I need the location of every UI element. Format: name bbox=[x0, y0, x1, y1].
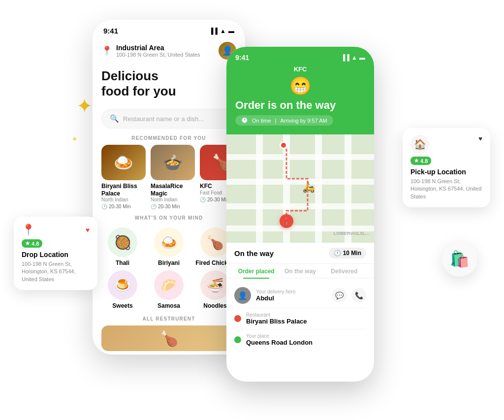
recommended-list: 🍛 Biryani Bliss Palace North Indian 🕐 20… bbox=[93, 145, 245, 209]
battery-icon: ▬ bbox=[228, 28, 234, 34]
sweets-icon: 🍮 bbox=[108, 270, 137, 300]
wifi-icon: ▲ bbox=[220, 28, 226, 34]
clock-icon: 🕐 bbox=[241, 117, 248, 124]
noodles-label: Noodles bbox=[203, 302, 226, 309]
tab-delivered[interactable]: Delivered bbox=[322, 264, 366, 278]
rec-card-biryani[interactable]: 🍛 Biryani Bliss Palace North Indian 🕐 20… bbox=[101, 145, 146, 209]
pickup-rating-badge: ★ 4.8 bbox=[410, 157, 431, 165]
delivery-hero-row: 👤 Your delivery hero Abdul 💬 📞 bbox=[234, 283, 366, 308]
thali-icon: 🥘 bbox=[108, 227, 137, 257]
home-icon: 🏠 bbox=[410, 135, 429, 154]
delivery-emoji: 😁 bbox=[235, 76, 365, 97]
food-item-sweets[interactable]: 🍮 Sweets bbox=[101, 270, 144, 309]
food-item-samosa[interactable]: 🥟 Samosa bbox=[148, 270, 190, 309]
pickup-card-title: Pick-up Location bbox=[410, 168, 482, 176]
rec-card-sub-masala: North Indian bbox=[151, 197, 195, 202]
rec-card-masala[interactable]: 🍲 MasalaRice Magic North Indian 🕐 20-30 … bbox=[151, 145, 195, 209]
food-item-thali[interactable]: 🥘 Thali bbox=[101, 227, 144, 266]
restaurant-dot-icon bbox=[234, 315, 241, 322]
drop-rating-value: 4.8 bbox=[32, 241, 39, 247]
drop-pin-icon: 📍 bbox=[22, 224, 35, 236]
destination-dot-icon bbox=[234, 336, 241, 343]
search-bar[interactable]: 🔍 Restaurant name or a dish... bbox=[101, 109, 236, 129]
map-watermark: LOWERVAILSL... bbox=[334, 231, 369, 236]
destination-label: Your place bbox=[246, 333, 366, 339]
on-time-label: On time bbox=[252, 118, 271, 124]
pickup-location-card: 🏠 ★ 4.8 ♥ Pick-up Location 100-198 N Gre… bbox=[403, 128, 490, 207]
pickup-card-address: 100-198 N Green St, Hoisington, KS 67544… bbox=[410, 178, 482, 200]
eta-clock-icon: 🕐 bbox=[334, 250, 341, 257]
order-tabs: Order placed On the way Delivered bbox=[226, 264, 374, 278]
phone2-status-bar: 9:41 ▐▐ ▲ ▬ bbox=[235, 54, 365, 62]
thali-label: Thali bbox=[116, 259, 129, 266]
rider-icon: 🛵 bbox=[303, 181, 315, 193]
eta-value: 10 Min bbox=[343, 250, 361, 257]
restaurant-row-label: Restaurant bbox=[246, 312, 366, 318]
restaurant-name: Biryani Bliss Palace bbox=[246, 318, 366, 325]
rec-card-time-masala: 🕐 20-30 Min bbox=[151, 204, 195, 209]
rec-card-img-biryani: 🍛 bbox=[101, 145, 146, 180]
arriving-text: Arriving by 9:57 AM bbox=[280, 118, 327, 124]
message-button[interactable]: 💬 bbox=[332, 288, 346, 303]
tab-on-the-way[interactable]: On the way bbox=[278, 264, 322, 278]
bag-icon-card: 🛍️ bbox=[442, 241, 477, 277]
drop-star-icon: ★ bbox=[25, 240, 30, 247]
eta-badge: 🕐 10 Min bbox=[329, 248, 366, 258]
hero-info: Your delivery hero Abdul bbox=[256, 289, 327, 302]
all-restaurants-label: ALL RESTRURENT bbox=[93, 316, 245, 322]
samosa-icon: 🥟 bbox=[154, 270, 184, 300]
hero-label: Your delivery hero bbox=[256, 289, 327, 294]
destination-info: Your place Queens Road London bbox=[246, 333, 366, 346]
search-placeholder: Restaurant name or a dish... bbox=[123, 115, 204, 123]
biriyani-label: Biriyani bbox=[158, 259, 180, 266]
pickup-card-header: 🏠 ★ 4.8 ♥ bbox=[410, 135, 482, 165]
food-categories-grid: 🥘 Thali 🍛 Biriyani 🍗 Fired Chicken 🍮 Swe… bbox=[93, 225, 245, 314]
rec-card-name-masala: MasalaRice Magic bbox=[151, 183, 195, 197]
food-item-biriyani[interactable]: 🍛 Biriyani bbox=[148, 227, 190, 266]
location-bar[interactable]: 📍 Industrial Area 100-198 N Green St, Un… bbox=[93, 39, 245, 65]
rec-card-img-masala: 🍲 bbox=[151, 145, 195, 180]
pickup-star-icon: ★ bbox=[414, 158, 419, 164]
location-text: Industrial Area 100-198 N Green St, Unit… bbox=[116, 44, 200, 58]
drop-rating-badge: ★ 4.8 bbox=[22, 239, 42, 248]
phone-tracking: 9:41 ▐▐ ▲ ▬ KFC 😁 Order is on the way 🕐 … bbox=[226, 47, 374, 382]
samosa-label: Samosa bbox=[158, 302, 180, 309]
restaurant-info: Restaurant Biryani Bliss Palace bbox=[246, 312, 366, 325]
battery2-icon: ▬ bbox=[359, 54, 365, 61]
status-bar: 9:41 ▐▐ ▲ ▬ bbox=[93, 20, 245, 39]
pickup-rating-value: 4.8 bbox=[420, 158, 428, 164]
drop-card-title: Drop Location bbox=[22, 251, 90, 258]
restaurant-preview-img: 🍗 bbox=[101, 325, 236, 351]
bag-icon: 🛍️ bbox=[450, 250, 470, 268]
fired-chicken-icon: 🍗 bbox=[200, 227, 230, 257]
hero-name: Abdul bbox=[256, 294, 327, 302]
destination-row: Your place Queens Road London bbox=[234, 329, 366, 350]
brand-label: KFC bbox=[235, 65, 365, 73]
phone2-time: 9:41 bbox=[235, 54, 249, 62]
order-subtitle: 🕐 On time | Arriving by 9:57 AM bbox=[235, 115, 333, 126]
recommended-label: RECOMMENDED FOR YOU bbox=[93, 135, 245, 141]
hero-section: Delicious food for you bbox=[93, 65, 245, 105]
drop-heart-icon: ♥ bbox=[86, 226, 90, 234]
hero-avatar: 👤 bbox=[234, 287, 251, 304]
pickup-heart-icon: ♥ bbox=[478, 135, 482, 142]
sparkle-xs-icon: ✦ bbox=[71, 135, 78, 143]
sparkle-large-icon: ✦ bbox=[76, 96, 93, 116]
whats-on-mind-label: WHAT'S ON YOUR MIND bbox=[93, 215, 245, 221]
search-icon: 🔍 bbox=[110, 114, 119, 123]
delivery-progress: On the way 🕐 10 Min bbox=[226, 243, 374, 264]
rec-card-name-biryani: Biryani Bliss Palace bbox=[101, 183, 146, 197]
call-button[interactable]: 📞 bbox=[351, 288, 366, 303]
restaurant-row: Restaurant Biryani Bliss Palace bbox=[234, 308, 366, 329]
delivery-map: 🛵 📍 LOWERVAILSL... bbox=[226, 134, 374, 243]
drop-location-card: 📍 ♥ ★ 4.8 Drop Location 100-198 N Green … bbox=[14, 217, 97, 290]
tab-order-placed[interactable]: Order placed bbox=[234, 264, 278, 278]
hero-title: Delicious food for you bbox=[101, 68, 236, 99]
tracking-header: 9:41 ▐▐ ▲ ▬ KFC 😁 Order is on the way 🕐 … bbox=[226, 47, 374, 134]
phone2-status-icons: ▐▐ ▲ ▬ bbox=[341, 54, 365, 61]
delivery-info: 👤 Your delivery hero Abdul 💬 📞 Restauran… bbox=[226, 278, 374, 355]
on-the-way-title: On the way bbox=[234, 249, 274, 258]
wifi2-icon: ▲ bbox=[351, 54, 357, 61]
destination-name: Queens Road London bbox=[246, 339, 366, 346]
divider: | bbox=[275, 118, 277, 124]
